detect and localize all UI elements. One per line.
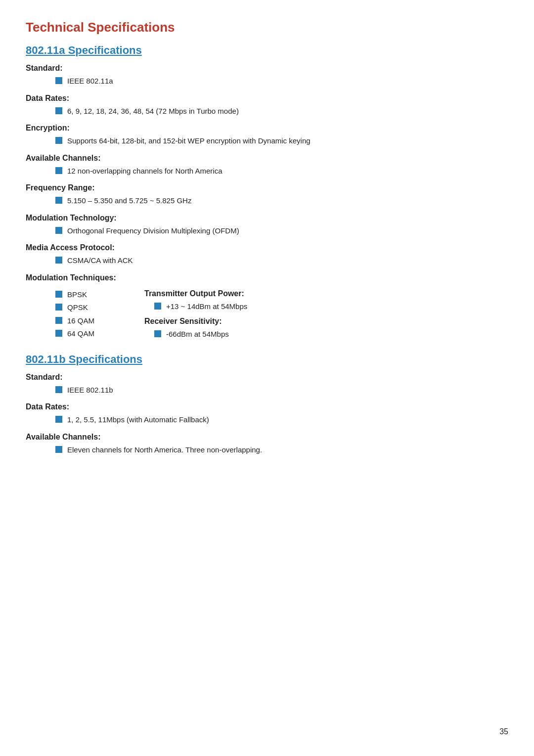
transmitter-label-a: Transmitter Output Power:	[144, 289, 508, 298]
available-channels-label-b: Available Channels:	[26, 433, 508, 442]
standard-item-a-0: IEEE 802.11a	[55, 76, 508, 87]
modulation-techniques-label-a: Modulation Techniques:	[26, 273, 508, 282]
mod-value-qpsk: QPSK	[67, 302, 88, 313]
bullet-icon	[55, 291, 62, 298]
bullet-icon	[55, 167, 62, 174]
frequency-range-value-a: 5.150 – 5.350 and 5.725 ~ 5.825 GHz	[67, 195, 191, 207]
bullet-icon	[154, 330, 161, 337]
bullet-icon	[55, 416, 62, 423]
standard-label-b: Standard:	[26, 373, 508, 382]
available-channels-item-a-0: 12 non-overlapping channels for North Am…	[55, 166, 508, 177]
bullet-icon	[154, 303, 161, 310]
modulation-techniques-list: BPSK QPSK 16 QAM 64 QAM	[55, 289, 144, 342]
bullet-icon	[55, 197, 62, 204]
available-channels-value-b: Eleven channels for North America. Three…	[67, 445, 262, 456]
receiver-label-a: Receiver Sensitivity:	[144, 317, 508, 326]
standard-value-a: IEEE 802.11a	[67, 76, 113, 87]
available-channels-item-b-0: Eleven channels for North America. Three…	[55, 445, 508, 456]
bullet-icon	[55, 446, 62, 453]
data-rates-item-b-0: 1, 2, 5.5, 11Mbps (with Automatic Fallba…	[55, 414, 508, 426]
available-channels-label-a: Available Channels:	[26, 154, 508, 163]
bullet-icon	[55, 257, 62, 264]
modulation-technology-item-a-0: Orthogonal Frequency Division Multiplexi…	[55, 225, 508, 237]
media-access-value-a: CSMA/CA with ACK	[67, 255, 133, 267]
standard-value-b: IEEE 802.11b	[67, 385, 113, 396]
data-rates-label-b: Data Rates:	[26, 402, 508, 411]
mod-value-bpsk: BPSK	[67, 289, 87, 301]
bullet-icon	[55, 304, 62, 311]
mod-item-bpsk: BPSK	[55, 289, 144, 301]
encryption-item-a-0: Supports 64-bit, 128-bit, and 152-bit WE…	[55, 135, 508, 147]
bullet-icon	[55, 386, 62, 393]
mod-item-qpsk: QPSK	[55, 302, 144, 313]
mod-value-64qam: 64 QAM	[67, 328, 94, 340]
available-channels-value-a: 12 non-overlapping channels for North Am…	[67, 166, 222, 177]
section-b-heading: 802.11b Specifications	[26, 353, 508, 366]
bullet-icon	[55, 317, 62, 324]
frequency-range-label-a: Frequency Range:	[26, 183, 508, 192]
modulation-technology-value-a: Orthogonal Frequency Division Multiplexi…	[67, 225, 239, 237]
data-rates-value-b: 1, 2, 5.5, 11Mbps (with Automatic Fallba…	[67, 414, 209, 426]
transmitter-receiver-col: Transmitter Output Power: +13 ~ 14dBm at…	[144, 289, 508, 342]
standard-label-a: Standard:	[26, 64, 508, 73]
bullet-icon	[55, 107, 62, 114]
encryption-label-a: Encryption:	[26, 124, 508, 133]
media-access-label-a: Media Access Protocol:	[26, 243, 508, 252]
receiver-item-a-0: -66dBm at 54Mbps	[154, 329, 508, 340]
mod-item-16qam: 16 QAM	[55, 315, 144, 327]
mod-value-16qam: 16 QAM	[67, 315, 94, 327]
standard-item-b-0: IEEE 802.11b	[55, 385, 508, 396]
encryption-value-a: Supports 64-bit, 128-bit, and 152-bit WE…	[67, 135, 311, 147]
transmitter-item-a-0: +13 ~ 14dBm at 54Mbps	[154, 301, 508, 312]
modulation-two-col: BPSK QPSK 16 QAM 64 QAM Transmitter Outp…	[26, 289, 508, 342]
data-rates-item-a-0: 6, 9, 12, 18, 24, 36, 48, 54 (72 Mbps in…	[55, 106, 508, 117]
bullet-icon	[55, 330, 62, 337]
page-number: 35	[499, 727, 508, 736]
frequency-range-item-a-0: 5.150 – 5.350 and 5.725 ~ 5.825 GHz	[55, 195, 508, 207]
data-rates-label-a: Data Rates:	[26, 94, 508, 103]
bullet-icon	[55, 77, 62, 84]
page-title: Technical Specifications	[26, 20, 508, 35]
section-a-heading: 802.11a Specifications	[26, 44, 508, 57]
transmitter-value-a: +13 ~ 14dBm at 54Mbps	[166, 301, 247, 312]
modulation-technology-label-a: Modulation Technology:	[26, 214, 508, 222]
bullet-icon	[55, 227, 62, 234]
receiver-value-a: -66dBm at 54Mbps	[166, 329, 229, 340]
bullet-icon	[55, 137, 62, 144]
data-rates-value-a: 6, 9, 12, 18, 24, 36, 48, 54 (72 Mbps in…	[67, 106, 239, 117]
mod-item-64qam: 64 QAM	[55, 328, 144, 340]
media-access-item-a-0: CSMA/CA with ACK	[55, 255, 508, 267]
